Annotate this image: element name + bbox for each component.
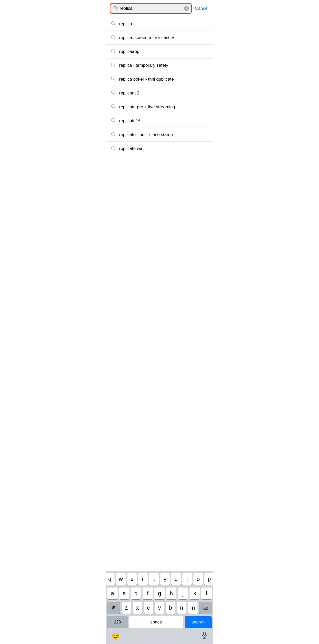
suggestion-search-icon [110,21,116,27]
svg-line-7 [114,52,115,53]
svg-line-15 [114,107,115,109]
suggestion-item[interactable]: replicate war [106,142,213,155]
suggestion-text: replicate war [119,146,144,151]
suggestion-search-icon [110,104,116,110]
svg-line-3 [114,24,115,25]
suggestion-item[interactable]: replicaapp [106,45,213,59]
suggestion-search-icon [110,145,116,152]
suggestion-text: replicate pro + live streaming [119,104,175,110]
search-icon [113,6,118,11]
suggestion-item[interactable]: replica : temporary safety [106,59,213,72]
suggestion-item[interactable]: replica: screen mirror cast tv [106,31,213,45]
suggestion-search-icon [110,118,116,124]
suggestion-text: replicaapp [119,49,139,54]
suggestion-item[interactable]: replicate pro + live streaming [106,100,213,114]
suggestion-text: replica poker - thnl duplicate [119,77,174,82]
suggestion-item[interactable]: replica [106,17,213,31]
clear-button[interactable]: ✕ [184,6,189,11]
svg-line-9 [114,66,115,67]
suggestion-text: replica: screen mirror cast tv [119,35,174,40]
suggestion-item[interactable]: replica poker - thnl duplicate [106,72,213,86]
search-input-wrapper: ✕ [110,3,192,14]
cancel-button[interactable]: Cancel [194,6,209,11]
suggestion-text: replica : temporary safety [119,63,168,68]
search-bar-area: ✕ Cancel [106,0,213,17]
svg-line-11 [114,80,115,81]
suggestion-item[interactable]: replicate™ [106,114,213,128]
suggestion-text: replicator tool - clone stamp [119,132,173,137]
svg-line-1 [116,9,117,10]
svg-line-21 [114,149,115,150]
suggestion-search-icon [110,90,116,96]
suggestion-search-icon [110,131,116,138]
svg-line-13 [114,93,115,95]
search-input[interactable] [120,6,182,11]
suggestion-item[interactable]: replicant 2 [106,86,213,100]
suggestion-search-icon [110,48,116,55]
suggestion-text: replicant 2 [119,91,139,96]
suggestion-text: replica [119,21,132,26]
svg-line-5 [114,38,115,39]
suggestion-search-icon [110,76,116,82]
svg-line-19 [114,135,115,136]
suggestion-item[interactable]: replicator tool - clone stamp [106,128,213,142]
svg-line-17 [114,121,115,122]
suggestion-text: replicate™ [119,118,140,123]
suggestions-list: replicareplica: screen mirror cast tvrep… [106,17,213,155]
suggestion-search-icon [110,34,116,41]
suggestion-search-icon [110,62,116,69]
